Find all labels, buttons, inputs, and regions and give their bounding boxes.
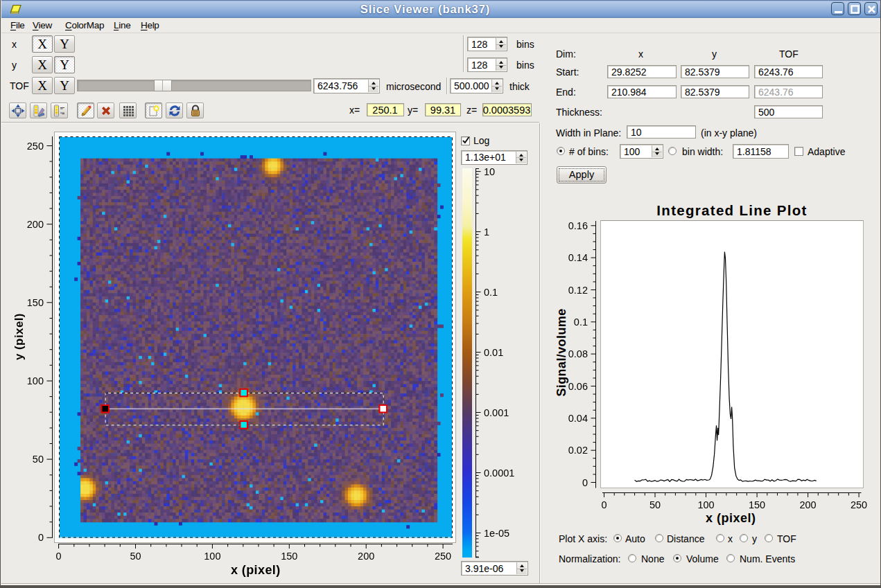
svg-text:200: 200 bbox=[799, 499, 816, 510]
svg-text:0.12: 0.12 bbox=[568, 285, 588, 296]
svg-text:100: 100 bbox=[204, 551, 220, 562]
svg-text:10: 10 bbox=[484, 166, 495, 177]
svg-text:200: 200 bbox=[358, 551, 374, 562]
svg-text:0: 0 bbox=[56, 551, 62, 562]
svg-text:50: 50 bbox=[649, 499, 661, 510]
svg-text:150: 150 bbox=[749, 499, 765, 510]
svg-text:0.01: 0.01 bbox=[484, 347, 503, 358]
svg-text:0: 0 bbox=[601, 499, 607, 510]
svg-text:0.16: 0.16 bbox=[568, 220, 588, 231]
svg-text:150: 150 bbox=[27, 297, 44, 308]
svg-text:0.04: 0.04 bbox=[568, 413, 588, 424]
svg-text:0.001: 0.001 bbox=[484, 407, 509, 418]
svg-text:0.06: 0.06 bbox=[568, 381, 588, 392]
svg-text:50: 50 bbox=[33, 454, 44, 465]
svg-text:1: 1 bbox=[484, 226, 489, 238]
svg-text:200: 200 bbox=[27, 219, 44, 230]
svg-text:250: 250 bbox=[851, 499, 867, 510]
svg-text:0.14: 0.14 bbox=[568, 252, 588, 263]
svg-text:100: 100 bbox=[697, 499, 714, 510]
svg-text:0: 0 bbox=[582, 477, 588, 488]
svg-text:0.0001: 0.0001 bbox=[484, 467, 514, 479]
svg-text:0.1: 0.1 bbox=[574, 317, 588, 328]
svg-text:1e-05: 1e-05 bbox=[484, 528, 509, 539]
svg-text:250: 250 bbox=[27, 141, 44, 152]
svg-text:0: 0 bbox=[38, 532, 44, 543]
svg-text:50: 50 bbox=[130, 551, 141, 562]
svg-text:0.1: 0.1 bbox=[484, 287, 498, 298]
svg-text:0.02: 0.02 bbox=[568, 445, 588, 456]
svg-text:100: 100 bbox=[27, 375, 44, 386]
svg-text:150: 150 bbox=[281, 551, 297, 562]
svg-text:250: 250 bbox=[435, 551, 451, 562]
svg-text:0.08: 0.08 bbox=[568, 348, 588, 359]
